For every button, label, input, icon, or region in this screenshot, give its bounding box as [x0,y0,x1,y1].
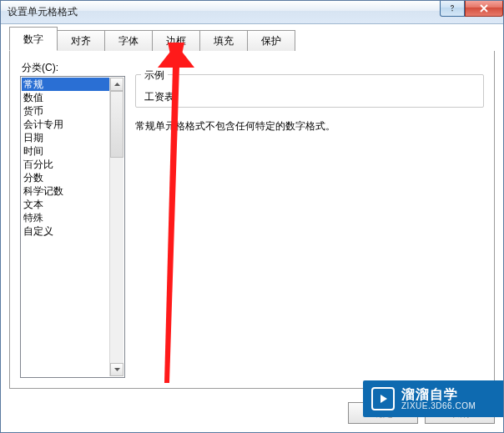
chevron-down-icon [114,368,120,371]
list-item[interactable]: 分数 [22,171,110,184]
list-item[interactable]: 货币 [22,104,110,118]
watermark-brand: 溜溜自学 [401,387,476,402]
tab-number[interactable]: 数字 [9,27,58,51]
list-item[interactable]: 常规 [22,78,110,91]
tab-border[interactable]: 边框 [152,30,200,51]
window-title: 设置单元格格式 [8,5,78,19]
play-icon [377,393,389,405]
category-items: 常规 数值 货币 会计专用 日期 时间 百分比 分数 科学记数 文本 特殊 自定… [22,78,110,376]
list-item[interactable]: 文本 [22,198,110,211]
category-detail: 示例 工资表 常规单元格格式不包含任何特定的数字格式。 [135,61,484,133]
window-buttons [440,0,503,17]
list-item[interactable]: 会计专用 [22,118,110,131]
dialog-body: 数字 对齐 字体 边框 填充 保护 分类(C): 常规 数值 货币 会计专用 日… [9,31,495,424]
sample-legend: 示例 [141,68,168,83]
help-icon [448,4,456,13]
list-item[interactable]: 特殊 [22,211,110,224]
category-listbox[interactable]: 常规 数值 货币 会计专用 日期 时间 百分比 分数 科学记数 文本 特殊 自定… [20,76,125,378]
sample-group: 示例 工资表 [135,74,484,108]
watermark: 溜溜自学 ZIXUE.3D66.COM [363,380,503,417]
tab-panel-number: 分类(C): 常规 数值 货币 会计专用 日期 时间 百分比 分数 科学记数 文… [9,51,495,389]
dialog-window: 设置单元格格式 数字 对齐 字体 边框 填充 保护 分类(C): 常规 数值 [0,0,504,433]
help-button[interactable] [440,0,465,17]
tab-strip: 数字 对齐 字体 边框 填充 保护 [9,31,495,51]
list-item[interactable]: 数值 [22,91,110,104]
tab-alignment[interactable]: 对齐 [57,30,105,51]
scroll-down-button[interactable] [110,363,123,376]
tab-font[interactable]: 字体 [104,30,153,51]
list-item[interactable]: 时间 [22,144,110,158]
listbox-scrollbar[interactable] [109,78,123,376]
watermark-url: ZIXUE.3D66.COM [401,401,476,410]
list-item[interactable]: 自定义 [22,224,110,238]
close-button[interactable] [465,0,503,17]
category-description: 常规单元格格式不包含任何特定的数字格式。 [135,119,484,133]
chevron-up-icon [114,83,120,86]
scroll-up-button[interactable] [110,78,123,91]
sample-value: 工资表 [144,91,174,103]
list-item[interactable]: 百分比 [22,158,110,171]
tab-fill[interactable]: 填充 [199,30,248,51]
tab-protection[interactable]: 保护 [247,30,295,51]
scroll-thumb[interactable] [110,91,123,158]
list-item[interactable]: 科学记数 [22,184,110,198]
watermark-logo [371,387,395,410]
title-bar: 设置单元格格式 [1,1,503,24]
list-item[interactable]: 日期 [22,131,110,144]
close-icon [479,4,489,13]
watermark-text: 溜溜自学 ZIXUE.3D66.COM [401,387,476,411]
